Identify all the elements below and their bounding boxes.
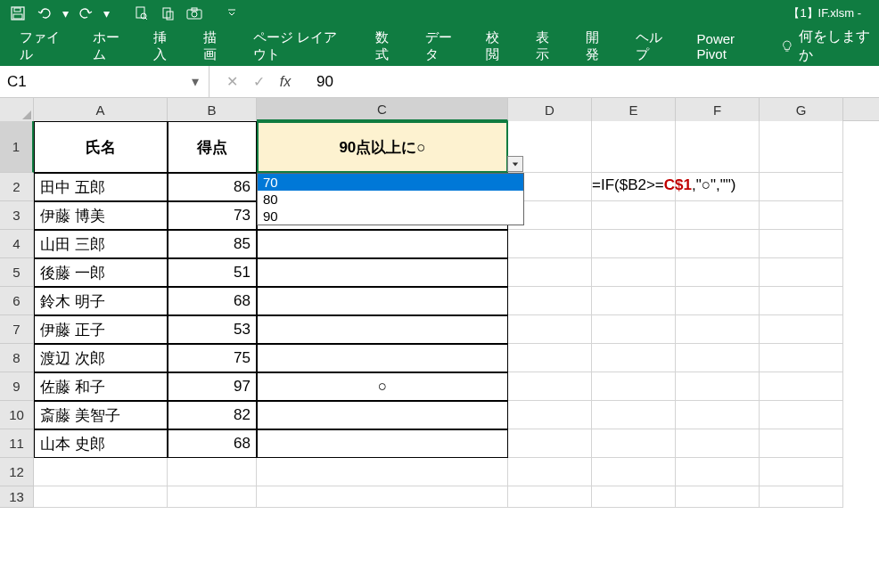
cell-G11[interactable] xyxy=(760,429,843,458)
cell-G13[interactable] xyxy=(760,486,843,508)
camera-icon[interactable] xyxy=(184,3,205,24)
tab-developer[interactable]: 開発 xyxy=(573,24,621,69)
cell-B13[interactable] xyxy=(168,486,257,508)
print-preview-icon[interactable] xyxy=(130,3,152,24)
column-header-C[interactable]: C xyxy=(257,98,508,121)
dropdown-option-90[interactable]: 90 xyxy=(258,208,523,225)
cell-D9[interactable] xyxy=(508,372,592,401)
cell-C12[interactable] xyxy=(257,458,508,486)
cell-F1[interactable] xyxy=(676,121,760,173)
cell-mark-4[interactable] xyxy=(257,230,508,258)
column-header-B[interactable]: B xyxy=(168,98,257,121)
cell-score-8[interactable]: 75 xyxy=(168,344,257,372)
undo-dropdown-icon[interactable]: ▾ xyxy=(61,3,70,24)
row-header-1[interactable]: 1 xyxy=(0,121,34,173)
tab-powerpivot[interactable]: Power Pivot xyxy=(685,26,771,67)
cell-name-9[interactable]: 佐藤 和子 xyxy=(34,372,168,401)
header-name[interactable]: 氏名 xyxy=(34,121,168,173)
cell-mark-8[interactable] xyxy=(257,344,508,372)
column-header-D[interactable]: D xyxy=(508,98,592,121)
tab-data[interactable]: データ xyxy=(413,24,472,69)
cell-score-2[interactable]: 86 xyxy=(168,173,257,201)
name-box-dropdown-icon[interactable]: ▾ xyxy=(187,69,203,94)
cell-D5[interactable] xyxy=(508,258,592,287)
cell-D7[interactable] xyxy=(508,315,592,344)
cell-name-4[interactable]: 山田 三郎 xyxy=(34,230,168,258)
cell-G8[interactable] xyxy=(760,344,843,372)
paste-icon[interactable] xyxy=(157,3,178,24)
cell-name-11[interactable]: 山本 史郎 xyxy=(34,429,168,458)
cell-name-6[interactable]: 鈴木 明子 xyxy=(34,287,168,315)
cell-F6[interactable] xyxy=(676,287,760,315)
tab-insert[interactable]: 挿入 xyxy=(141,24,189,69)
row-header-3[interactable]: 3 xyxy=(0,201,34,230)
cell-score-11[interactable]: 68 xyxy=(168,429,257,458)
cell-G9[interactable] xyxy=(760,372,843,401)
row-header-9[interactable]: 9 xyxy=(0,372,34,401)
qat-customize-icon[interactable] xyxy=(221,3,242,24)
cell-E10[interactable] xyxy=(592,401,676,429)
row-header-6[interactable]: 6 xyxy=(0,287,34,315)
cell-F5[interactable] xyxy=(676,258,760,287)
cell-G7[interactable] xyxy=(760,315,843,344)
redo-dropdown-icon[interactable]: ▾ xyxy=(102,3,111,24)
column-header-F[interactable]: F xyxy=(676,98,760,121)
data-validation-list[interactable]: 708090 xyxy=(257,173,524,225)
cell-mark-9[interactable]: ○ xyxy=(257,372,508,401)
row-header-8[interactable]: 8 xyxy=(0,344,34,372)
cell-score-10[interactable]: 82 xyxy=(168,401,257,429)
cell-F10[interactable] xyxy=(676,401,760,429)
cell-A13[interactable] xyxy=(34,486,168,508)
column-header-A[interactable]: A xyxy=(34,98,168,121)
cell-E4[interactable] xyxy=(592,230,676,258)
cell-score-3[interactable]: 73 xyxy=(168,201,257,230)
cell-D4[interactable] xyxy=(508,230,592,258)
cell-mark-5[interactable] xyxy=(257,258,508,287)
data-validation-dropdown-button[interactable] xyxy=(507,156,523,172)
dropdown-option-70[interactable]: 70 xyxy=(258,174,523,191)
header-score[interactable]: 得点 xyxy=(168,121,257,173)
cell-D8[interactable] xyxy=(508,344,592,372)
cell-G1[interactable] xyxy=(760,121,843,173)
cell-E12[interactable] xyxy=(592,458,676,486)
cell-G5[interactable] xyxy=(760,258,843,287)
cell-score-4[interactable]: 85 xyxy=(168,230,257,258)
tab-view[interactable]: 表示 xyxy=(523,24,571,69)
cell-F9[interactable] xyxy=(676,372,760,401)
cell-name-7[interactable]: 伊藤 正子 xyxy=(34,315,168,344)
row-header-12[interactable]: 12 xyxy=(0,458,34,486)
header-mark-active-cell[interactable]: 90点以上に○ xyxy=(257,121,508,173)
cell-score-7[interactable]: 53 xyxy=(168,315,257,344)
cell-D13[interactable] xyxy=(508,486,592,508)
tab-file[interactable]: ファイル xyxy=(7,24,78,69)
cell-F3[interactable] xyxy=(676,201,760,230)
redo-icon[interactable] xyxy=(75,3,96,24)
row-header-11[interactable]: 11 xyxy=(0,429,34,458)
cell-F8[interactable] xyxy=(676,344,760,372)
row-header-4[interactable]: 4 xyxy=(0,230,34,258)
cell-formula-e2[interactable]: =IF($B2>=C$1,"○","") xyxy=(592,176,736,194)
cell-name-2[interactable]: 田中 五郎 xyxy=(34,173,168,201)
row-header-13[interactable]: 13 xyxy=(0,486,34,508)
fx-icon[interactable]: fx xyxy=(275,74,295,90)
cell-D12[interactable] xyxy=(508,458,592,486)
cell-E3[interactable] xyxy=(592,201,676,230)
enter-icon[interactable]: ✓ xyxy=(249,73,268,90)
save-icon[interactable] xyxy=(7,3,29,24)
name-box[interactable] xyxy=(0,69,187,94)
row-header-5[interactable]: 5 xyxy=(0,258,34,287)
cell-F7[interactable] xyxy=(676,315,760,344)
cell-G2[interactable] xyxy=(760,173,843,201)
cell-score-6[interactable]: 68 xyxy=(168,287,257,315)
cell-F12[interactable] xyxy=(676,458,760,486)
cell-E8[interactable] xyxy=(592,344,676,372)
cell-E1[interactable] xyxy=(592,121,676,173)
cell-G3[interactable] xyxy=(760,201,843,230)
cell-G4[interactable] xyxy=(760,230,843,258)
column-header-G[interactable]: G xyxy=(760,98,843,121)
cell-name-3[interactable]: 伊藤 博美 xyxy=(34,201,168,230)
cell-E11[interactable] xyxy=(592,429,676,458)
tab-help[interactable]: ヘルプ xyxy=(623,24,683,69)
cell-D11[interactable] xyxy=(508,429,592,458)
cell-B12[interactable] xyxy=(168,458,257,486)
